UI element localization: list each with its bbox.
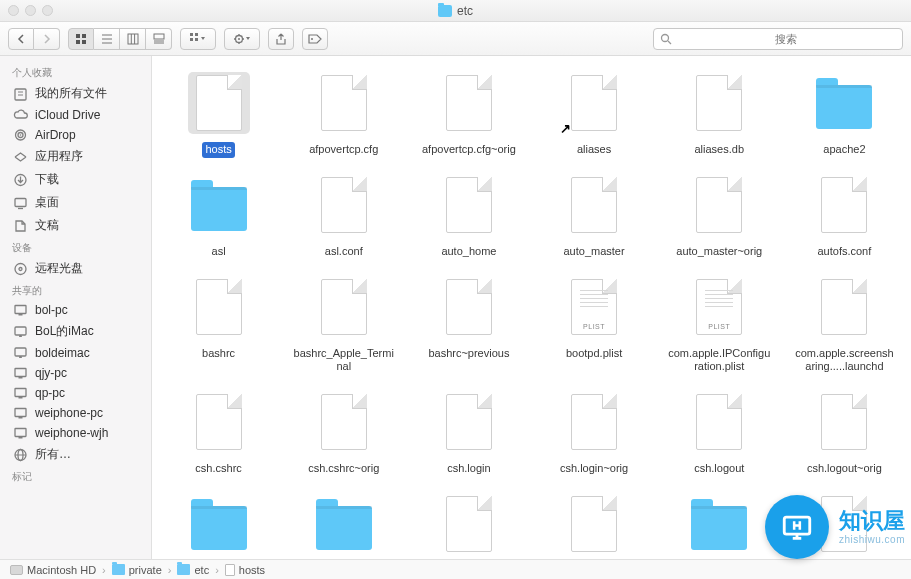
sidebar-item[interactable]: iCloud Drive — [0, 105, 151, 125]
file-item[interactable]: csh.cshrc~orig — [281, 385, 406, 487]
file-icon — [196, 279, 242, 335]
sidebar-item[interactable]: qjy-pc — [0, 363, 151, 383]
folder-icon — [438, 5, 452, 17]
file-label: com.apple.screensharing.....launchd — [789, 346, 899, 376]
file-icon — [446, 177, 492, 233]
disk-icon — [10, 565, 23, 575]
svg-line-25 — [236, 41, 237, 42]
coverflow-view-button[interactable] — [146, 28, 172, 50]
file-item[interactable]: bashrc_Apple_Terminal — [281, 270, 406, 386]
sidebar-item[interactable]: AirDrop — [0, 125, 151, 145]
file-item[interactable]: csh.login — [406, 385, 531, 487]
sidebar-item[interactable]: boldeimac — [0, 343, 151, 363]
pc-icon — [12, 426, 28, 440]
documents-icon — [12, 219, 28, 233]
sidebar-item[interactable]: weiphone-pc — [0, 403, 151, 423]
sidebar-item[interactable]: 我的所有文件 — [0, 82, 151, 105]
file-icon — [446, 75, 492, 131]
desktop-icon — [12, 196, 28, 210]
path-segment[interactable]: Macintosh HD — [10, 564, 96, 576]
file-item[interactable]: afpovertcp.cfg — [281, 66, 406, 168]
file-item[interactable]: com.apple.screensharing.....launchd — [782, 270, 907, 386]
sidebar-item[interactable]: 应用程序 — [0, 145, 151, 168]
file-item[interactable]: csh.cshrc — [156, 385, 281, 487]
file-item[interactable]: bashrc~previous — [406, 270, 531, 386]
file-label: asl — [209, 244, 229, 260]
folder-icon — [191, 506, 247, 550]
sidebar-item[interactable]: bol-pc — [0, 300, 151, 320]
folder-item[interactable] — [281, 487, 406, 559]
sidebar-item[interactable]: qp-pc — [0, 383, 151, 403]
sidebar-item-label: 文稿 — [35, 217, 59, 234]
back-button[interactable] — [8, 28, 34, 50]
folder-item[interactable] — [156, 487, 281, 559]
file-item[interactable]: csh.logout — [657, 385, 782, 487]
sidebar-item[interactable]: weiphone-wjh — [0, 423, 151, 443]
forward-button[interactable] — [34, 28, 60, 50]
file-item[interactable]: bashrc — [156, 270, 281, 386]
disc-icon — [12, 262, 28, 276]
arrange-button[interactable] — [180, 28, 216, 50]
svg-point-18 — [238, 38, 240, 40]
action-button[interactable] — [224, 28, 260, 50]
file-item[interactable]: autofs.conf — [782, 168, 907, 270]
path-label: private — [129, 564, 162, 576]
file-icon — [196, 394, 242, 450]
list-view-button[interactable] — [94, 28, 120, 50]
path-segment[interactable]: private — [112, 564, 162, 576]
svg-rect-46 — [18, 377, 22, 379]
sidebar-item-label: boldeimac — [35, 346, 90, 360]
file-item[interactable] — [531, 487, 656, 559]
path-segment[interactable]: hosts — [225, 564, 265, 576]
download-icon — [12, 173, 28, 187]
file-item[interactable]: hosts — [156, 66, 281, 168]
file-item[interactable]: auto_master — [531, 168, 656, 270]
file-icon — [571, 75, 617, 131]
sidebar-item[interactable]: 远程光盘 — [0, 257, 151, 280]
file-label: auto_home — [438, 244, 499, 260]
file-icon — [696, 75, 742, 131]
folder-icon — [316, 506, 372, 550]
main-split: 个人收藏我的所有文件iCloud DriveAirDrop应用程序下载桌面文稿设… — [0, 56, 911, 559]
search-field[interactable] — [653, 28, 903, 50]
file-item[interactable]: PLISTcom.apple.IPConfiguration.plist — [657, 270, 782, 386]
folder-item[interactable]: asl — [156, 168, 281, 270]
svg-line-24 — [241, 41, 242, 42]
search-input[interactable] — [676, 33, 896, 45]
file-item[interactable]: csh.logout~orig — [782, 385, 907, 487]
file-item[interactable]: auto_master~orig — [657, 168, 782, 270]
file-item[interactable]: PLISTbootpd.plist — [531, 270, 656, 386]
file-icon: PLIST — [571, 279, 617, 335]
file-item[interactable]: asl.conf — [281, 168, 406, 270]
file-item[interactable]: csh.login~orig — [531, 385, 656, 487]
sidebar-item[interactable]: 桌面 — [0, 191, 151, 214]
file-item[interactable]: afpovertcp.cfg~orig — [406, 66, 531, 168]
folder-item[interactable]: apache2 — [782, 66, 907, 168]
sidebar-item[interactable]: 文稿 — [0, 214, 151, 237]
file-icon — [446, 496, 492, 552]
content-area[interactable]: hostsafpovertcp.cfgafpovertcp.cfg~orig↗a… — [152, 56, 911, 559]
folder-icon — [177, 564, 190, 575]
folder-item[interactable] — [657, 487, 782, 559]
sidebar-item[interactable]: 所有… — [0, 443, 151, 466]
airdrop-icon — [12, 128, 28, 142]
apps-icon — [12, 150, 28, 164]
folder-icon — [191, 187, 247, 231]
sidebar-item-label: iCloud Drive — [35, 108, 100, 122]
file-item[interactable] — [406, 487, 531, 559]
file-item[interactable]: auto_home — [406, 168, 531, 270]
path-segment[interactable]: etc — [177, 564, 209, 576]
svg-rect-49 — [15, 409, 26, 417]
svg-rect-52 — [18, 437, 22, 439]
share-button[interactable] — [268, 28, 294, 50]
sidebar[interactable]: 个人收藏我的所有文件iCloud DriveAirDrop应用程序下载桌面文稿设… — [0, 56, 152, 559]
tags-button[interactable] — [302, 28, 328, 50]
file-item[interactable]: ↗aliases — [531, 66, 656, 168]
sidebar-item[interactable]: 下载 — [0, 168, 151, 191]
file-item[interactable]: aliases.db — [657, 66, 782, 168]
column-view-button[interactable] — [120, 28, 146, 50]
icon-view-button[interactable] — [68, 28, 94, 50]
sidebar-section-header: 设备 — [0, 237, 151, 257]
sidebar-item[interactable]: BoL的iMac — [0, 320, 151, 343]
svg-rect-15 — [190, 38, 193, 41]
